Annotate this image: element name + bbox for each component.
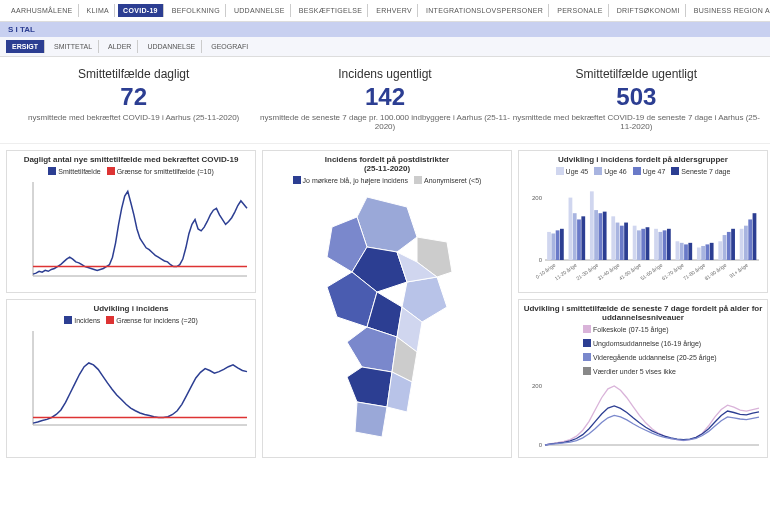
legend-item: Videregående uddannelse (20-25 årige): [583, 353, 717, 361]
svg-rect-66: [744, 226, 748, 260]
age-bar-chart: 20000-10 årige11-20 årige21-30 årige31-4…: [523, 178, 763, 288]
svg-text:71-80 årige: 71-80 årige: [682, 262, 706, 282]
swatch-icon: [107, 167, 115, 175]
swatch-icon: [671, 167, 679, 175]
legend: Folkeskole (07-15 årige) Ungdomsuddannel…: [583, 325, 763, 375]
nav-business-region[interactable]: BUSINESS REGION AARHUS: [689, 4, 770, 17]
svg-rect-37: [620, 226, 624, 260]
legend-item: Anonymiseret (<5): [414, 176, 481, 184]
svg-rect-25: [569, 198, 573, 260]
kpi-sub: nysmittede med bekræftet COVID-19 de sen…: [511, 113, 762, 131]
panel-title: Dagligt antal nye smittetilfælde med bek…: [11, 155, 251, 164]
kpi-value: 503: [511, 83, 762, 111]
svg-rect-22: [556, 230, 560, 260]
panel-incidence: Udvikling i incidens Incidens Grænse for…: [6, 299, 256, 458]
svg-rect-56: [701, 246, 705, 260]
swatch-icon: [583, 353, 591, 361]
svg-text:31-40 årige: 31-40 årige: [596, 262, 620, 282]
svg-text:0: 0: [539, 257, 543, 263]
nav-uddannelse[interactable]: UDDANNELSE: [229, 4, 291, 17]
svg-rect-40: [633, 226, 637, 260]
kpi-sub: nysmittede med bekræftet COVID-19 i Aarh…: [8, 113, 259, 122]
nav-integration[interactable]: INTEGRATIONSLOVSPERSONER: [421, 4, 549, 17]
section-bar: S I TAL: [0, 22, 770, 37]
svg-rect-21: [551, 233, 555, 260]
svg-text:51-60 årige: 51-60 årige: [639, 262, 663, 282]
svg-text:200: 200: [532, 383, 543, 389]
svg-rect-68: [753, 213, 757, 260]
panel-title: Udvikling i incidens: [11, 304, 251, 313]
subnav-oversigt[interactable]: ERSIGT: [6, 40, 45, 53]
svg-rect-42: [641, 229, 645, 260]
svg-text:0: 0: [539, 442, 543, 448]
nav-personale[interactable]: PERSONALE: [552, 4, 609, 17]
legend-item: Uge 46: [594, 167, 627, 175]
legend-item: Folkeskole (07-15 årige): [583, 325, 668, 333]
legend-item: Værdier under 5 vises ikke: [583, 367, 676, 375]
nav-driftsokonomi[interactable]: DRIFTSØKONOMI: [612, 4, 686, 17]
kpi-sub: nysmittede de seneste 7 dage pr. 100.000…: [259, 113, 510, 131]
choropleth-map: [267, 187, 507, 447]
legend-item: Smittetilfælde: [48, 167, 100, 175]
svg-rect-50: [676, 241, 680, 260]
svg-rect-30: [590, 191, 594, 260]
legend-item: Uge 47: [633, 167, 666, 175]
sub-nav: ERSIGT SMITTETAL ALDER UDDANNELSE GEOGRA…: [0, 37, 770, 57]
nav-befolkning[interactable]: BEFOLKNING: [167, 4, 226, 17]
svg-rect-53: [688, 243, 692, 260]
education-line-chart: 2000: [523, 378, 763, 453]
panel-age-bars: Udvikling i incidens fordelt på aldersgr…: [518, 150, 768, 293]
svg-rect-46: [658, 232, 662, 260]
panel-daily-cases: Dagligt antal nye smittetilfælde med bek…: [6, 150, 256, 293]
svg-rect-45: [654, 229, 658, 260]
nav-covid19[interactable]: COVID-19: [118, 4, 164, 17]
svg-rect-28: [581, 216, 585, 260]
subnav-uddannelse[interactable]: UDDANNELSE: [141, 40, 202, 53]
swatch-icon: [414, 176, 422, 184]
svg-text:91+ årige: 91+ årige: [728, 262, 749, 279]
svg-rect-23: [560, 229, 564, 260]
legend-item: Uge 45: [556, 167, 589, 175]
subnav-alder[interactable]: ALDER: [102, 40, 138, 53]
panel-title: Udvikling i smittetilfælde de seneste 7 …: [523, 304, 763, 322]
nav-aarhusmaalene[interactable]: AARHUSMÅLENE: [6, 4, 79, 17]
panel-map: Incidens fordelt på postdistrikter (25-1…: [262, 150, 512, 458]
kpi-row: Smittetilfælde dagligt 72 nysmittede med…: [0, 57, 770, 144]
swatch-icon: [556, 167, 564, 175]
legend: Jo mørkere blå, jo højere incidens Anony…: [267, 176, 507, 184]
svg-rect-65: [740, 229, 744, 260]
svg-text:81-90 årige: 81-90 årige: [703, 262, 727, 282]
svg-text:21-30 årige: 21-30 årige: [575, 262, 599, 282]
svg-rect-55: [697, 248, 701, 260]
svg-text:200: 200: [532, 195, 543, 201]
svg-rect-33: [603, 212, 607, 260]
svg-rect-43: [646, 227, 650, 260]
svg-rect-61: [723, 235, 727, 260]
swatch-icon: [583, 367, 591, 375]
svg-text:11-20 årige: 11-20 årige: [554, 262, 578, 282]
nav-beskaeftigelse[interactable]: BESKÆFTIGELSE: [294, 4, 368, 17]
legend-item: Ungdomsuddannelse (16-19 årige): [583, 339, 701, 347]
panel-education: Udvikling i smittetilfælde de seneste 7 …: [518, 299, 768, 458]
swatch-icon: [48, 167, 56, 175]
panel-title: Udvikling i incidens fordelt på aldersgr…: [523, 155, 763, 164]
svg-rect-51: [680, 243, 684, 260]
incidence-line-chart: [11, 327, 251, 437]
svg-rect-62: [727, 232, 731, 260]
swatch-icon: [64, 316, 72, 324]
svg-text:41-50 årige: 41-50 årige: [618, 262, 642, 282]
subnav-smittetal[interactable]: SMITTETAL: [48, 40, 99, 53]
svg-marker-14: [355, 402, 387, 437]
nav-erhverv[interactable]: ERHVERV: [371, 4, 418, 17]
legend-item: Incidens: [64, 316, 100, 324]
swatch-icon: [633, 167, 641, 175]
nav-klima[interactable]: KLIMA: [82, 4, 116, 17]
legend-item: Jo mørkere blå, jo højere incidens: [293, 176, 408, 184]
chart-grid: Dagligt antal nye smittetilfælde med bek…: [0, 144, 770, 464]
subnav-geografi[interactable]: GEOGRAFI: [205, 40, 254, 53]
svg-rect-26: [573, 213, 577, 260]
svg-rect-38: [624, 223, 628, 260]
svg-rect-20: [547, 232, 551, 260]
svg-rect-58: [710, 243, 714, 260]
legend-item: Grænse for incidens (=20): [106, 316, 198, 324]
